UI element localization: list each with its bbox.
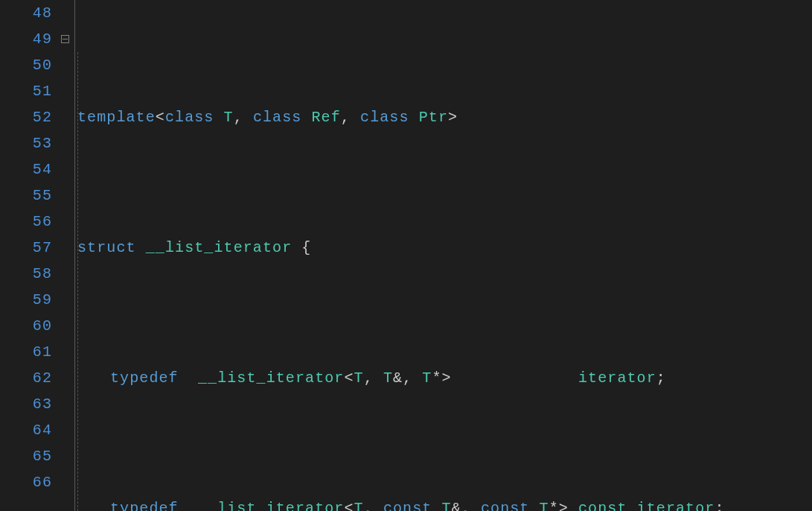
line-number: 62 [0,365,52,391]
line-number: 51 [0,78,52,104]
line-number: 66 [0,469,52,495]
code-editor[interactable]: 48 49 50 51 52 53 54 55 56 57 58 59 60 6… [0,0,812,511]
line-number: 64 [0,417,52,443]
line-number: 57 [0,235,52,261]
line-number: 63 [0,391,52,417]
code-line[interactable]: typedef __list_iterator<T, const T&, con… [110,495,812,511]
line-number: 49 [0,26,52,52]
code-line[interactable]: template<class T, class Ref, class Ptr> [77,104,812,130]
code-line[interactable]: typedef __list_iterator<T, T&, T*> itera… [110,365,812,391]
line-number-gutter: 48 49 50 51 52 53 54 55 56 57 58 59 60 6… [0,0,58,511]
code-area[interactable]: template<class T, class Ref, class Ptr> … [110,0,812,511]
line-number: 48 [0,0,52,26]
keyword-template: template [77,109,156,126]
line-number: 54 [0,156,52,182]
collapse-icon[interactable] [61,35,69,43]
line-number: 58 [0,261,52,287]
code-line[interactable]: struct __list_iterator { [77,235,812,261]
line-number: 61 [0,339,52,365]
line-number: 59 [0,287,52,313]
line-number: 60 [0,313,52,339]
line-number: 65 [0,443,52,469]
line-number: 52 [0,104,52,130]
line-number: 56 [0,209,52,235]
line-number: 55 [0,182,52,209]
line-number: 53 [0,130,52,156]
line-number: 50 [0,52,52,78]
fold-gutter[interactable] [58,0,74,511]
